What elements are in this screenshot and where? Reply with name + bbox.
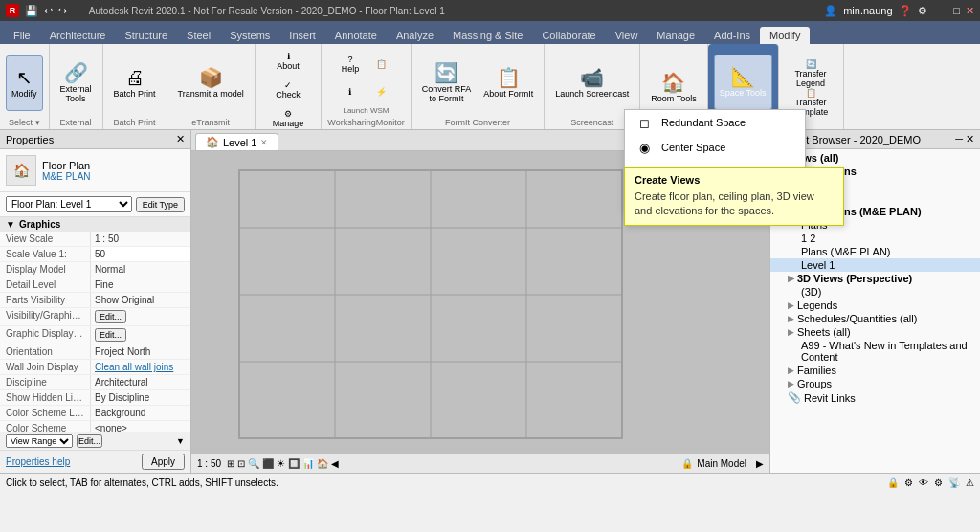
zoom-in-icon[interactable]: 🔍 bbox=[248, 458, 259, 469]
tab-file[interactable]: File bbox=[4, 27, 40, 44]
tab-structure[interactable]: Structure bbox=[115, 27, 177, 44]
design-options-icon[interactable]: ⚙ bbox=[904, 477, 913, 488]
view-tab-close[interactable]: ✕ bbox=[260, 138, 268, 147]
ribbon-group-wsm: ? Help 📋 ℹ ⚡ Launch WSM WorksharingMonit… bbox=[322, 44, 411, 129]
sht-expand-icon: ▶ bbox=[788, 327, 794, 337]
scale-value-value[interactable]: 50 bbox=[91, 247, 190, 261]
parts-visibility-value[interactable]: Show Original bbox=[91, 293, 190, 307]
tab-insert[interactable]: Insert bbox=[279, 27, 325, 44]
tab-systems[interactable]: Systems bbox=[220, 27, 279, 44]
tab-manage[interactable]: Manage bbox=[647, 27, 704, 44]
discipline-row: Discipline Architectural bbox=[0, 375, 190, 390]
properties-close-icon[interactable]: ✕ bbox=[176, 133, 185, 145]
properties-help-link[interactable]: Properties help bbox=[6, 456, 70, 467]
tab-steel[interactable]: Steel bbox=[177, 27, 220, 44]
pb-minimize-icon[interactable]: ─ bbox=[955, 133, 963, 145]
graphics-section[interactable]: ▼ Graphics bbox=[0, 217, 190, 232]
view-btn[interactable]: 📋 bbox=[368, 51, 396, 78]
edit-type-btn[interactable]: Edit Type bbox=[136, 197, 185, 212]
color-scheme-value[interactable]: <none> bbox=[91, 421, 190, 432]
transmit-model-btn[interactable]: 📦 Transmit a model bbox=[173, 55, 249, 111]
view-tab-level1[interactable]: 🏠 Level 1 ✕ bbox=[195, 133, 278, 150]
quick-save-icon[interactable]: 💾 bbox=[25, 5, 38, 17]
pb-plans-mep[interactable]: Plans (M&E PLAN) bbox=[770, 245, 980, 258]
zoom-fit-icon[interactable]: ⊡ bbox=[237, 458, 245, 469]
minimize-btn[interactable]: ─ bbox=[941, 5, 948, 16]
pb-families[interactable]: ▶ Families bbox=[770, 364, 980, 377]
detail-icon[interactable]: ◀ bbox=[331, 458, 339, 469]
pb-groups[interactable]: ▶ Groups bbox=[770, 377, 980, 390]
pb-revit-links[interactable]: 📎 Revit Links bbox=[770, 390, 980, 405]
view-cube-icon[interactable]: ⬛ bbox=[262, 458, 274, 469]
convert-rfa-btn[interactable]: 🔄 Convert RFAto FormIt bbox=[417, 55, 477, 111]
apply-btn[interactable]: Apply bbox=[142, 454, 185, 470]
settings-icon[interactable]: ⚙ bbox=[918, 5, 927, 17]
pb-1-2[interactable]: 1 2 bbox=[770, 232, 980, 245]
tab-analyze[interactable]: Analyze bbox=[387, 27, 443, 44]
render-icon[interactable]: 🔲 bbox=[288, 458, 300, 469]
worksets-icon[interactable]: 🔒 bbox=[887, 477, 899, 488]
edit-vg-btn[interactable]: Edit... bbox=[95, 310, 126, 323]
settings-icon2[interactable]: ⚙ bbox=[934, 477, 943, 488]
tab-massing[interactable]: Massing & Site bbox=[443, 27, 532, 44]
graphic-display-value[interactable]: Edit... bbox=[91, 326, 190, 344]
pb-3d-views[interactable]: ▶ 3D Views (Perspective) bbox=[770, 272, 980, 285]
discipline-value[interactable]: Architectural bbox=[91, 375, 190, 389]
hidden-lines-value[interactable]: By Discipline bbox=[91, 390, 190, 405]
warning-icon[interactable]: ⚠ bbox=[966, 477, 974, 488]
color-scheme-loc-value[interactable]: Background bbox=[91, 406, 190, 420]
tab-annotate[interactable]: Annotate bbox=[325, 27, 387, 44]
sun-icon[interactable]: ☀ bbox=[277, 458, 285, 469]
maximize-btn[interactable]: □ bbox=[953, 5, 960, 16]
room-tools-btn[interactable]: 🏠 Room Tools bbox=[646, 60, 701, 116]
tab-collaborate[interactable]: Collaborate bbox=[532, 27, 605, 44]
scroll-right-icon[interactable]: ▶ bbox=[756, 458, 764, 469]
view-range-edit-btn[interactable]: Edit... bbox=[77, 434, 102, 448]
tab-addins[interactable]: Add-Ins bbox=[704, 27, 760, 44]
pb-close-icon[interactable]: ✕ bbox=[966, 133, 974, 145]
tab-modify[interactable]: Modify bbox=[760, 27, 810, 44]
orientation-value[interactable]: Project North bbox=[91, 344, 190, 359]
wall-join-value[interactable]: Clean all wall joins bbox=[91, 360, 190, 374]
dropdown-center-space[interactable]: ◉ Center Space bbox=[625, 135, 805, 160]
close-btn[interactable]: ✕ bbox=[966, 5, 974, 17]
about-formit-btn2[interactable]: 📋 About FormIt bbox=[479, 55, 538, 111]
filter-dropdown[interactable]: Floor Plan: Level 1 bbox=[6, 196, 132, 212]
external-tools-btn[interactable]: 🔗 ExternalTools bbox=[56, 55, 97, 111]
pb-a99[interactable]: A99 - What's New in Templates and Conten… bbox=[770, 339, 980, 364]
nav-wheel-icon[interactable]: ⊞ bbox=[227, 458, 234, 469]
batch-print-btn[interactable]: 🖨 Batch Print bbox=[109, 55, 161, 111]
space-tools-btn[interactable]: 📐 Space Tools bbox=[714, 55, 772, 110]
detail-level-value[interactable]: Fine bbox=[91, 277, 190, 292]
pb-legends[interactable]: ▶ Legends bbox=[770, 299, 980, 312]
model-icon[interactable]: 🏠 bbox=[317, 458, 328, 469]
view-tab-home-icon: 🏠 bbox=[206, 136, 219, 148]
dropdown-redundant-space[interactable]: ◻ Redundant Space bbox=[625, 110, 805, 135]
help-icon[interactable]: ❓ bbox=[899, 5, 912, 17]
manage-btn[interactable]: ⚙ Manage bbox=[262, 105, 315, 132]
screencast-btn[interactable]: 📹 Launch Screencast bbox=[550, 55, 634, 111]
view-range-select[interactable]: View Range bbox=[6, 434, 73, 448]
modify-btn[interactable]: ↖ Modify bbox=[6, 55, 43, 111]
check-btn[interactable]: ✓ Check bbox=[262, 77, 315, 103]
display-model-value[interactable]: Normal bbox=[91, 262, 190, 277]
view-select-icon[interactable]: 👁 bbox=[919, 477, 928, 488]
tab-view[interactable]: View bbox=[606, 27, 648, 44]
tab-architecture[interactable]: Architecture bbox=[40, 27, 116, 44]
undo-icon[interactable]: ↩ bbox=[44, 5, 53, 17]
wsm-btn[interactable]: ⚡ bbox=[368, 78, 396, 105]
edit-gd-btn[interactable]: Edit... bbox=[95, 328, 126, 342]
pb-sheets[interactable]: ▶ Sheets (all) bbox=[770, 325, 980, 339]
about-btn[interactable]: ℹ About bbox=[262, 48, 315, 75]
pb-schedules[interactable]: ▶ Schedules/Quantities (all) bbox=[770, 312, 980, 325]
view-scale-value[interactable]: 1 : 50 bbox=[91, 232, 190, 246]
type-icon: 🏠 bbox=[6, 155, 36, 186]
analysis-icon[interactable]: 📊 bbox=[302, 458, 314, 469]
redo-icon[interactable]: ↪ bbox=[58, 5, 67, 17]
pb-level1[interactable]: Level 1 bbox=[770, 258, 980, 272]
help-btn[interactable]: ? Help bbox=[336, 51, 365, 78]
transfer-legend-btn[interactable]: 🔄 Transfer Legend bbox=[785, 60, 837, 87]
visibility-graphics-value[interactable]: Edit... bbox=[91, 308, 190, 325]
pb-3d[interactable]: (3D) bbox=[770, 285, 980, 299]
about-formit-btn[interactable]: ℹ bbox=[336, 78, 365, 105]
